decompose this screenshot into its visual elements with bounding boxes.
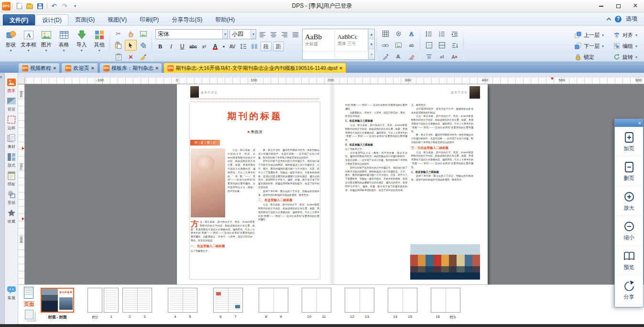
menu-tab-page[interactable]: 页面(G) [69, 14, 101, 25]
italic-button[interactable]: I [166, 42, 176, 51]
header-photo[interactable] [190, 86, 199, 98]
undo-button[interactable] [49, 1, 59, 11]
align-right-button[interactable] [280, 30, 289, 39]
font-size-combo[interactable]: 小四 [229, 29, 256, 39]
sidebar-item-layout[interactable]: 版式 [5, 152, 18, 169]
sort-button[interactable] [448, 40, 461, 51]
thumb-pages-6-7[interactable] [213, 288, 243, 313]
thumb-pages-2-3[interactable] [122, 288, 152, 313]
menu-tab-share-export[interactable]: 分享导出(S) [165, 14, 208, 25]
document-canvas[interactable]: 健身大讲堂 期刊的标题 ◆ 朱自清 作｜者｜简｜介 方法：双击鼠标，选中段内文字… [25, 84, 644, 284]
author-intro-badge[interactable]: 作｜者｜简｜介 [190, 140, 220, 146]
picture-tool-button[interactable] [137, 28, 149, 39]
open-file-button[interactable] [24, 1, 35, 11]
paragraph-spacing-button[interactable]: 距 [273, 42, 284, 51]
sidebar-item-border[interactable]: 边框 [5, 115, 18, 131]
maximize-button[interactable] [610, 0, 627, 12]
menu-tab-print[interactable]: 印刷(P) [133, 14, 165, 25]
clipboard-button[interactable] [112, 51, 124, 62]
insert-shape-button[interactable]: 形状 [2, 28, 20, 60]
menu-tab-design[interactable]: 设计(D) [35, 14, 68, 25]
close-tab-icon[interactable] [155, 66, 158, 70]
houses-photo[interactable] [410, 244, 480, 280]
article-photo[interactable] [191, 148, 225, 217]
picture-effect-button[interactable] [392, 40, 404, 51]
insert-table-button[interactable]: 表格 [55, 28, 73, 60]
hyperlink-button[interactable] [379, 40, 392, 51]
thumb-pages-16-back[interactable] [431, 288, 460, 313]
font-color-dropdown[interactable] [221, 42, 226, 51]
rotate-object-button[interactable]: 旋转 [613, 52, 637, 62]
align-center-button[interactable] [269, 30, 278, 39]
master-pages-icon[interactable] [25, 310, 33, 319]
line-spacing-button[interactable] [239, 42, 248, 51]
doc-tab-welcome[interactable]: DPS 欢迎页 [61, 63, 98, 73]
menu-tab-file[interactable]: 文件(F) [3, 14, 35, 25]
close-tab-icon[interactable] [91, 66, 94, 70]
bullet-list-button[interactable] [423, 28, 435, 39]
thumb-page-1[interactable] [104, 288, 119, 313]
cut-button[interactable] [112, 28, 124, 39]
share-button[interactable]: 分享 [615, 275, 643, 305]
superscript-button[interactable]: x² [199, 42, 209, 51]
table-style-button[interactable] [379, 28, 392, 39]
insert-other-button[interactable]: 其他 [90, 28, 108, 60]
styles-scroll-up[interactable]: ▲ [369, 29, 374, 39]
font-effect-button[interactable]: ab [405, 40, 417, 51]
select-cursor-button[interactable] [125, 40, 137, 51]
bold-button[interactable]: B [155, 42, 165, 51]
align-left-button[interactable] [258, 30, 267, 39]
close-panel-icon[interactable] [638, 121, 641, 125]
right-page-column2-frame[interactable]: 言。精准无误。 全印客DPS软件，使用户足不出户，能够便捷高效低成本获得精美的印… [411, 103, 473, 241]
text-style-more[interactable]: AaBb [303, 51, 335, 59]
thumb-pages-10-11[interactable] [302, 288, 331, 313]
sidebar-item-favorites[interactable]: 收藏 [5, 208, 18, 225]
align-top-button[interactable] [423, 51, 435, 62]
thumb-pages-4-5[interactable] [168, 288, 197, 313]
doc-tab-current-document[interactable]: DPS 期刊杂志-大16开骑马钉-文学期刊杂志企业内刊模板190516-1149… [164, 63, 346, 73]
align-justify-button[interactable] [291, 30, 300, 39]
left-column-text-frame[interactable]: 方法：双击鼠标，选中段内文字，然后，从word里复制制作好的文字内容，粘贴进相应… [191, 220, 255, 279]
add-page-button[interactable]: 加页 [615, 127, 643, 157]
sidebar-item-background[interactable]: 背景 [5, 96, 18, 113]
wordart-button[interactable]: A [405, 28, 417, 39]
redo-button[interactable] [59, 1, 70, 11]
sidebar-collapse-strip[interactable]: ▸ [0, 73, 5, 324]
article-title[interactable]: 期刊的标题 [189, 110, 320, 123]
zoom-in-button[interactable]: 放大 [615, 186, 643, 216]
indent-button[interactable] [448, 28, 461, 39]
preview-button[interactable]: 预览 [615, 246, 643, 275]
import-button[interactable]: 导入 [73, 28, 90, 60]
insert-picture-button[interactable]: 图片 [37, 28, 55, 60]
character-spacing-button[interactable]: AV [228, 42, 237, 51]
font-color-button[interactable]: A [210, 42, 220, 51]
delete-button[interactable] [125, 51, 137, 62]
doc-tab-template-library[interactable]: DPS 模板库：期刊杂志 [99, 63, 162, 73]
zoom-out-button[interactable]: 缩小 [615, 216, 643, 246]
pages-panel-icon[interactable] [24, 287, 33, 299]
clear-format-button[interactable]: A [448, 51, 461, 62]
sidebar-item-support[interactable]: 客服 [5, 285, 18, 324]
page-spread[interactable]: 健身大讲堂 期刊的标题 ◆ 朱自清 作｜者｜简｜介 方法：双击鼠标，选中段内文字… [177, 84, 488, 284]
columns-button[interactable] [250, 42, 259, 51]
text-direction-button[interactable]: A [436, 51, 448, 62]
eraser-button[interactable] [405, 51, 417, 62]
collapse-ribbon-icon[interactable] [607, 17, 611, 22]
insert-textbox-button[interactable]: A 文本框 [20, 28, 37, 60]
bring-forward-button[interactable]: 上一层 [575, 30, 604, 40]
delete-page-button[interactable]: 删页 [615, 157, 643, 186]
thumb-pages-14-15[interactable] [388, 288, 417, 313]
fill-color-button[interactable] [137, 40, 149, 51]
font-family-combo[interactable]: 宋体 [155, 29, 228, 39]
header-photo[interactable] [469, 86, 480, 99]
eyedropper-button[interactable] [379, 51, 392, 62]
thumb-inside-front-cover[interactable] [87, 288, 102, 313]
save-button[interactable] [35, 1, 45, 11]
numbered-list-button[interactable]: 123 [436, 28, 448, 39]
paragraph-indent-button[interactable]: 段 [261, 42, 272, 51]
intro-text-frame[interactable]: 方法：双击鼠标，选中段内文字，然后，从word里复制制作好的文字内容，粘贴进相应… [228, 148, 255, 218]
shading-button[interactable] [436, 40, 448, 51]
quick-access-dropdown[interactable] [70, 1, 80, 11]
thumb-pages-12-13[interactable] [345, 288, 374, 313]
close-tab-icon[interactable] [53, 66, 56, 70]
